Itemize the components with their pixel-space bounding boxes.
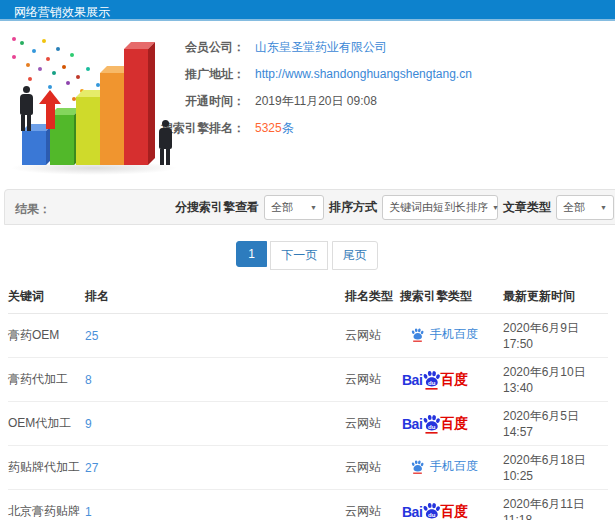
sort-filter-label: 排序方式 xyxy=(329,199,377,216)
engine-filter-label: 分搜索引擎查看 xyxy=(175,199,259,216)
table-row: 膏药OEM25云网站 手机百度2020年6月9日 17:50 xyxy=(8,314,608,358)
ranking-count-value: 5325 xyxy=(255,121,282,135)
column-header: 搜索引擎类型 xyxy=(400,280,503,314)
results-table-body: 膏药OEM25云网站 手机百度2020年6月9日 17:50膏药代加工8云网站B… xyxy=(8,314,608,520)
chart-bar-blue xyxy=(22,131,46,165)
keyword-cell: 膏药OEM xyxy=(8,314,85,358)
baidu-paw-icon: du xyxy=(421,501,442,520)
article-type-label: 文章类型 xyxy=(503,199,551,216)
engine-cell: Bai du 百度 xyxy=(400,402,503,446)
businessman-figure-left xyxy=(17,86,35,131)
svg-text:du: du xyxy=(428,380,436,386)
baidu-logo-icon: Bai du 百度 xyxy=(400,413,468,434)
article-type-select[interactable]: 全部 ▼ xyxy=(556,195,614,220)
rank-cell: 9 xyxy=(85,402,345,446)
keyword-cell: 药贴牌代加工 xyxy=(8,446,85,490)
updated-cell: 2020年6月11日 11:18 xyxy=(503,490,608,520)
column-header: 最新更新时间 xyxy=(503,280,608,314)
rank-type-cell: 云网站 xyxy=(345,402,400,446)
baidu-paw-icon: du xyxy=(421,413,442,434)
mobile-baidu-icon: 手机百度 xyxy=(400,458,478,475)
keyword-cell: OEM代加工 xyxy=(8,402,85,446)
summary-section: 会员公司： 山东皇圣堂药业有限公司 推广地址： http://www.shand… xyxy=(0,21,615,189)
engine-cell: Bai du 百度 xyxy=(400,490,503,520)
rank-cell: 8 xyxy=(85,358,345,402)
svg-text:du: du xyxy=(428,424,436,430)
mobile-baidu-icon: 手机百度 xyxy=(400,326,478,343)
summary-fields: 会员公司： 山东皇圣堂药业有限公司 推广地址： http://www.shand… xyxy=(140,21,615,138)
growth-chart-illustration xyxy=(4,35,189,187)
open-time-row: 开通时间： 2019年11月20日 09:08 xyxy=(140,91,615,111)
page-current[interactable]: 1 xyxy=(236,241,267,267)
updated-cell: 2020年6月9日 17:50 xyxy=(503,314,608,358)
rank-link[interactable]: 27 xyxy=(85,461,98,475)
confetti-decoration xyxy=(12,37,16,41)
column-header: 排名类型 xyxy=(345,280,400,314)
filter-controls: 分搜索引擎查看 全部 ▼ 排序方式 关键词由短到长排序 ▼ 文章类型 全部 ▼ … xyxy=(175,190,615,224)
article-type-value: 全部 xyxy=(563,200,585,215)
engine-cell: 手机百度 xyxy=(400,314,503,358)
mobile-baidu-label: 手机百度 xyxy=(430,458,478,475)
rank-link[interactable]: 25 xyxy=(85,329,98,343)
baidu-logo-icon: Bai du 百度 xyxy=(400,501,468,520)
updated-cell: 2020年6月18日 10:25 xyxy=(503,446,608,490)
rank-cell: 27 xyxy=(85,446,345,490)
ranking-count-row: 搜索引擎排名： 5325条 xyxy=(140,118,615,138)
app-header: 网络营销效果展示 xyxy=(0,0,615,21)
chevron-down-icon: ▼ xyxy=(492,204,499,211)
promo-url-link[interactable]: http://www.shandonghuangshengtang.cn xyxy=(255,67,472,81)
baidu-paw-icon: du xyxy=(421,369,442,390)
table-row: OEM代加工9云网站Bai du 百度2020年6月5日 14:57 xyxy=(8,402,608,446)
chart-bar-red xyxy=(124,49,148,165)
keyword-cell: 膏药代加工 xyxy=(8,358,85,402)
member-company-link[interactable]: 山东皇圣堂药业有限公司 xyxy=(255,39,387,56)
table-row: 药贴牌代加工27云网站 手机百度2020年6月18日 10:25 xyxy=(8,446,608,490)
engine-cell: 手机百度 xyxy=(400,446,503,490)
chevron-down-icon: ▼ xyxy=(310,204,317,211)
baidu-paw-icon xyxy=(410,459,425,474)
open-time-value: 2019年11月20日 09:08 xyxy=(255,93,377,110)
results-table: 关键词排名排名类型搜索引擎类型最新更新时间 膏药OEM25云网站 手机百度202… xyxy=(8,280,608,520)
updated-cell: 2020年6月10日 13:40 xyxy=(503,358,608,402)
ranking-count-unit: 条 xyxy=(282,121,294,135)
keyword-cell: 北京膏药贴牌 xyxy=(8,490,85,520)
businessman-figure-right xyxy=(156,120,174,165)
rank-type-cell: 云网站 xyxy=(345,446,400,490)
table-header-row: 关键词排名排名类型搜索引擎类型最新更新时间 xyxy=(8,280,608,314)
table-row: 膏药代加工8云网站Bai du 百度2020年6月10日 13:40 xyxy=(8,358,608,402)
svg-text:du: du xyxy=(428,512,436,518)
rank-cell: 1 xyxy=(85,490,345,520)
table-row: 北京膏药贴牌1云网站Bai du 百度2020年6月11日 11:18 xyxy=(8,490,608,520)
rank-link[interactable]: 1 xyxy=(85,505,92,519)
chevron-down-icon: ▼ xyxy=(600,204,607,211)
baidu-paw-icon xyxy=(410,327,425,342)
engine-cell: Bai du 百度 xyxy=(400,358,503,402)
promo-url-row: 推广地址： http://www.shandonghuangshengtang.… xyxy=(140,64,615,84)
sort-filter-select[interactable]: 关键词由短到长排序 ▼ xyxy=(382,195,498,220)
engine-filter-value: 全部 xyxy=(271,200,293,215)
page-next[interactable]: 下一页 xyxy=(270,241,328,270)
filter-bar: 结果： 分搜索引擎查看 全部 ▼ 排序方式 关键词由短到长排序 ▼ 文章类型 全… xyxy=(4,189,615,225)
rank-cell: 25 xyxy=(85,314,345,358)
rank-type-cell: 云网站 xyxy=(345,314,400,358)
rank-type-cell: 云网站 xyxy=(345,490,400,520)
chart-bar-yellow xyxy=(76,97,100,165)
chart-bar-orange xyxy=(100,73,124,165)
marketing-report-page: 网络营销效果展示 会员公司： 山东皇圣堂药业有限公司 xyxy=(0,0,615,520)
pagination: 1 下一页 尾页 xyxy=(0,241,615,268)
mobile-baidu-label: 手机百度 xyxy=(430,326,478,343)
rank-link[interactable]: 8 xyxy=(85,373,92,387)
updated-cell: 2020年6月5日 14:57 xyxy=(503,402,608,446)
column-header: 关键词 xyxy=(8,280,85,314)
results-label: 结果： xyxy=(15,201,51,218)
engine-filter-select[interactable]: 全部 ▼ xyxy=(264,195,324,220)
rank-type-cell: 云网站 xyxy=(345,358,400,402)
up-arrow-icon xyxy=(39,90,61,129)
baidu-logo-icon: Bai du 百度 xyxy=(400,369,468,390)
page-title: 网络营销效果展示 xyxy=(14,5,110,19)
member-company-row: 会员公司： 山东皇圣堂药业有限公司 xyxy=(140,37,615,57)
page-last[interactable]: 尾页 xyxy=(332,241,378,270)
rank-link[interactable]: 9 xyxy=(85,417,92,431)
column-header: 排名 xyxy=(85,280,345,314)
sort-filter-value: 关键词由短到长排序 xyxy=(389,200,488,215)
